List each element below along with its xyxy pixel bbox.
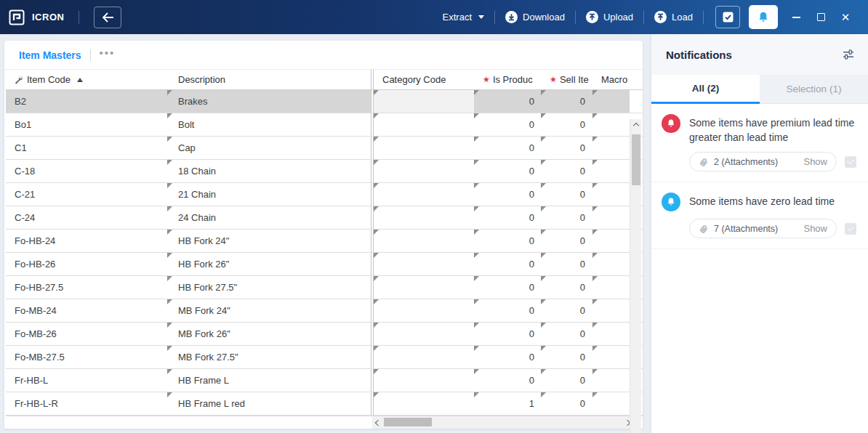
cell-is-produc[interactable]: 0 (474, 230, 541, 252)
cell-item-code[interactable]: Fo-MB-27.5 (6, 346, 167, 368)
column-header-is-produc[interactable]: ★ Is Produc (474, 70, 541, 89)
attachments-pill[interactable]: 7 (Attachments) Show (689, 219, 837, 238)
table-row[interactable]: C-24 24 Chain 0 0 (6, 206, 643, 230)
cell-description[interactable]: 18 Chain (167, 160, 371, 182)
cell-sell-ite[interactable]: 0 (541, 323, 592, 345)
cell-macro[interactable] (592, 113, 630, 136)
cell-category-code[interactable] (374, 323, 474, 345)
cell-macro[interactable] (592, 90, 630, 113)
notification-filter-button[interactable] (842, 48, 855, 61)
cell-sell-ite[interactable]: 0 (541, 230, 592, 252)
cell-category-code[interactable] (374, 90, 474, 113)
cell-macro[interactable] (592, 323, 630, 345)
cell-sell-ite[interactable]: 0 (541, 392, 592, 415)
cell-category-code[interactable] (374, 206, 474, 229)
cell-category-code[interactable] (374, 230, 474, 252)
column-header-description[interactable]: Description (167, 70, 371, 89)
table-row[interactable]: C1 Cap 0 0 (6, 137, 643, 160)
cell-macro[interactable] (592, 137, 630, 159)
cell-description[interactable]: 21 Chain (167, 183, 371, 206)
table-row[interactable]: Fo-HB-26 HB Fork 26" 0 0 (6, 253, 643, 276)
horizontal-scrollbar[interactable] (372, 416, 632, 429)
cell-description[interactable]: MB Fork 27.5" (167, 346, 371, 368)
cell-is-produc[interactable]: 1 (474, 392, 541, 415)
cell-category-code[interactable] (374, 346, 474, 368)
cell-description[interactable]: MB Fork 26" (167, 323, 371, 345)
cell-is-produc[interactable]: 0 (474, 346, 541, 368)
table-row[interactable]: C-18 18 Chain 0 0 (6, 160, 643, 183)
cell-is-produc[interactable]: 0 (474, 183, 541, 206)
notifications-button[interactable] (749, 5, 778, 29)
cell-sell-ite[interactable]: 0 (541, 137, 592, 159)
cell-item-code[interactable]: C-21 (6, 183, 167, 206)
cell-is-produc[interactable]: 0 (474, 160, 541, 182)
cell-item-code[interactable]: Fr-HB-L-R (6, 392, 167, 415)
cell-item-code[interactable]: Fo-HB-27.5 (6, 276, 167, 299)
table-row[interactable]: Fr-HB-L HB Frame L 0 0 (6, 369, 643, 392)
cell-category-code[interactable] (374, 369, 474, 392)
minimize-button[interactable] (784, 5, 808, 29)
cell-item-code[interactable]: C-18 (6, 160, 167, 182)
extract-button[interactable]: Extract (440, 12, 487, 23)
table-row[interactable]: Fo-MB-27.5 MB Fork 27.5" 0 0 (6, 346, 643, 369)
scroll-up-button[interactable] (630, 119, 642, 131)
cell-item-code[interactable]: Fr-HB-L (6, 369, 167, 392)
cell-macro[interactable] (592, 276, 630, 299)
cell-sell-ite[interactable]: 0 (541, 276, 592, 299)
mark-read-checkbox[interactable] (845, 156, 856, 168)
close-button[interactable]: ✕ (833, 5, 858, 29)
cell-sell-ite[interactable]: 0 (541, 253, 592, 275)
scroll-left-button[interactable] (372, 416, 383, 429)
cell-description[interactable]: Brakes (167, 90, 371, 113)
cell-sell-ite[interactable]: 0 (541, 346, 592, 368)
cell-category-code[interactable] (374, 392, 474, 415)
table-row[interactable]: Fo-MB-24 MB Fork 24" 0 0 (6, 299, 643, 323)
cell-sell-ite[interactable]: 0 (541, 206, 592, 229)
cell-is-produc[interactable]: 0 (474, 253, 541, 275)
attachments-pill[interactable]: 2 (Attachments) Show (689, 152, 837, 171)
cell-item-code[interactable]: Fo-MB-26 (6, 323, 167, 345)
cell-category-code[interactable] (374, 160, 474, 182)
column-header-item-code[interactable]: Item Code (6, 70, 167, 89)
cell-is-produc[interactable]: 0 (474, 299, 541, 322)
cell-is-produc[interactable]: 0 (474, 90, 541, 113)
cell-is-produc[interactable]: 0 (474, 206, 541, 229)
cell-description[interactable]: HB Fork 26" (167, 253, 371, 275)
maximize-button[interactable] (808, 5, 833, 29)
cell-category-code[interactable] (374, 113, 474, 136)
cell-description[interactable]: HB Fork 24" (167, 230, 371, 252)
show-link[interactable]: Show (803, 223, 827, 234)
cell-is-produc[interactable]: 0 (474, 369, 541, 392)
cell-is-produc[interactable]: 0 (474, 137, 541, 159)
cell-macro[interactable] (592, 253, 630, 275)
cell-item-code[interactable]: C-24 (6, 206, 167, 229)
table-row[interactable]: Fo-MB-26 MB Fork 26" 0 0 (6, 323, 643, 346)
cell-macro[interactable] (592, 299, 630, 322)
column-header-category-code[interactable]: Category Code (374, 70, 474, 89)
table-row[interactable]: Fo-HB-27.5 HB Fork 27.5" 0 0 (6, 276, 643, 299)
cell-description[interactable]: 24 Chain (167, 206, 371, 229)
cell-category-code[interactable] (374, 253, 474, 275)
cell-macro[interactable] (592, 369, 630, 392)
cell-macro[interactable] (592, 230, 630, 252)
cell-sell-ite[interactable]: 0 (541, 90, 592, 113)
cell-description[interactable]: HB Fork 27.5" (167, 276, 371, 299)
cell-macro[interactable] (592, 346, 630, 368)
column-header-macro[interactable]: Macro P (592, 70, 630, 89)
cell-macro[interactable] (592, 206, 630, 229)
cell-category-code[interactable] (374, 299, 474, 322)
cell-item-code[interactable]: Fo-HB-24 (6, 230, 167, 252)
cell-is-produc[interactable]: 0 (474, 276, 541, 299)
cell-item-code[interactable]: Bo1 (6, 113, 167, 136)
table-row[interactable]: Bo1 Bolt 0 0 (6, 113, 643, 137)
cell-sell-ite[interactable]: 0 (541, 299, 592, 322)
cell-sell-ite[interactable]: 0 (541, 160, 592, 182)
upload-button[interactable]: Upload (583, 11, 636, 23)
show-link[interactable]: Show (803, 156, 827, 167)
back-button[interactable] (94, 7, 121, 28)
vertical-scroll-thumb[interactable] (632, 134, 640, 185)
cell-description[interactable]: HB Frame L red (167, 392, 371, 415)
table-row[interactable]: Fr-HB-L-R HB Frame L red 1 0 (6, 392, 643, 416)
cell-sell-ite[interactable]: 0 (541, 113, 592, 136)
cell-macro[interactable] (592, 183, 630, 206)
